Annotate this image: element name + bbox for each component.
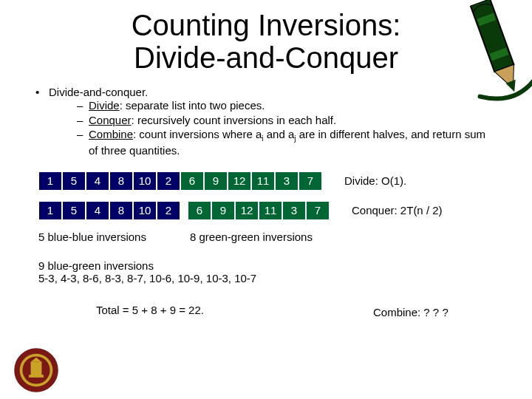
array-cell: 10 <box>133 171 157 191</box>
array-cell: 12 <box>228 171 251 191</box>
bg-list: 5-3, 4-3, 8-6, 8-3, 8-7, 10-6, 10-9, 10-… <box>38 272 312 284</box>
array-cell: 2 <box>157 201 180 220</box>
array-cell: 3 <box>275 171 299 191</box>
array-cell: 12 <box>235 201 259 220</box>
array-cell: 4 <box>86 171 109 191</box>
array-cell: 11 <box>251 171 275 191</box>
array-cell: 4 <box>86 201 109 220</box>
array-cell: 10 <box>133 201 157 220</box>
label-green: 8 green-green inversions <box>190 231 532 243</box>
array-cell: 7 <box>299 171 322 191</box>
array-cell: 9 <box>204 171 228 191</box>
label-blue: 5 blue-blue inversions <box>38 231 190 243</box>
inversion-labels: 5 blue-blue inversions 8 green-green inv… <box>38 231 532 243</box>
array-cell: 6 <box>188 201 211 220</box>
array-cell: 1 <box>38 171 62 191</box>
sub-combine: Combine: count inversions where ai and a… <box>77 127 488 158</box>
sub-list: Divide: separate list into two pieces. C… <box>77 98 488 158</box>
note-divide: Divide: O(1). <box>344 174 406 187</box>
array-row-1: 154810269121137Divide: O(1). <box>38 171 532 191</box>
blue-green-block: 9 blue-green inversions 5-3, 4-3, 8-6, 8… <box>38 259 312 284</box>
note-combine: Combine: ? ? ? <box>373 306 449 318</box>
array-cell: 11 <box>259 201 282 220</box>
array-row-2: 154810269121137Conquer: 2T(n / 2) <box>38 201 532 220</box>
bullet-main: Divide-and-conquer. <box>35 86 532 98</box>
note-conquer: Conquer: 2T(n / 2) <box>352 204 443 216</box>
sub-conquer: Conquer: recursively count inversions in… <box>77 113 488 128</box>
array-cell: 5 <box>62 201 86 220</box>
array-cell: 2 <box>157 171 180 191</box>
array-cell: 7 <box>306 201 330 220</box>
array-cell: 3 <box>282 201 306 220</box>
array-cell: 6 <box>180 171 204 191</box>
svg-rect-10 <box>29 375 44 378</box>
university-seal-icon <box>13 347 59 393</box>
array-cell: 5 <box>62 171 86 191</box>
bg-title: 9 blue-green inversions <box>38 259 312 272</box>
sub-divide: Divide: separate list into two pieces. <box>77 98 488 113</box>
total-line: Total = 5 + 8 + 9 = 22. <box>96 304 532 316</box>
array-cell: 8 <box>109 201 133 220</box>
array-cell: 1 <box>38 201 62 220</box>
array-cell: 9 <box>211 201 235 220</box>
svg-rect-9 <box>31 362 42 376</box>
array-cell: 8 <box>109 171 133 191</box>
